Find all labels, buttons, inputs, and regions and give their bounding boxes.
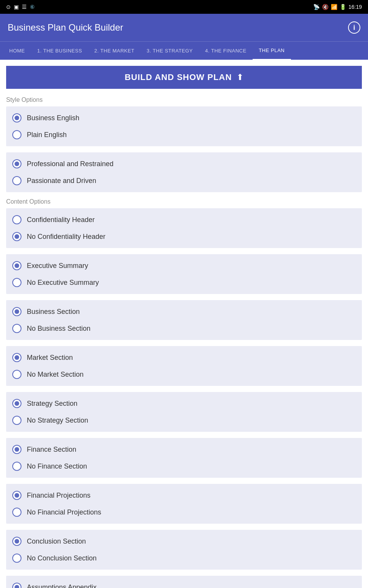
radio-circle-no-finance-section [12, 462, 21, 471]
radio-market-section[interactable]: Market Section [12, 349, 356, 366]
radio-circle-no-business-section [12, 324, 21, 333]
conclusion-section-group: Conclusion Section No Conclusion Section [6, 530, 362, 570]
radio-label-no-finance-section: No Finance Section [27, 462, 87, 470]
mute-icon: 🔇 [322, 4, 329, 10]
radio-label-no-market-section: No Market Section [27, 371, 84, 379]
tone-style-group: Professional and Restrained Passionate a… [6, 152, 362, 192]
radio-no-executive-summary[interactable]: No Executive Summary [12, 274, 356, 291]
radio-finance-section[interactable]: Finance Section [12, 441, 356, 458]
finance-section-group: Finance Section No Finance Section [6, 438, 362, 478]
battery-icon: 🔋 [340, 4, 346, 10]
radio-label-plain-english: Plain English [27, 131, 67, 139]
radio-label-no-financial-projections: No Financial Projections [27, 508, 101, 516]
sim-icon: ▣ [14, 4, 19, 10]
content-options-label: Content Options [0, 198, 368, 205]
radio-circle-strategy-section [12, 399, 21, 408]
radio-plain-english[interactable]: Plain English [12, 126, 356, 143]
financial-projections-group: Financial Projections No Financial Proje… [6, 484, 362, 524]
radio-label-no-executive-summary: No Executive Summary [27, 279, 99, 287]
time-display: 16:19 [348, 4, 362, 10]
nav-market[interactable]: 2. THE MARKET [88, 42, 141, 60]
radio-circle-confidentiality-header [12, 215, 21, 224]
nav-plan[interactable]: THE PLAN [253, 42, 291, 60]
radio-no-confidentiality-header[interactable]: No Confidentiality Header [12, 228, 356, 245]
radio-label-conclusion-section: Conclusion Section [27, 537, 86, 546]
radio-circle-market-section [12, 353, 21, 362]
radio-strategy-section[interactable]: Strategy Section [12, 395, 356, 412]
radio-label-assumptions-appendix: Assumptions Appendix [27, 583, 97, 588]
radio-no-market-section[interactable]: No Market Section [12, 366, 356, 383]
radio-circle-professional-restrained [12, 159, 21, 168]
nav-home[interactable]: HOME [3, 42, 31, 60]
notification-icon: ⑥ [30, 4, 35, 10]
nav-business[interactable]: 1. THE BUSINESS [31, 42, 88, 60]
business-section-group: Business Section No Business Section [6, 300, 362, 340]
radio-label-no-conclusion-section: No Conclusion Section [27, 554, 97, 562]
strategy-section-group: Strategy Section No Strategy Section [6, 392, 362, 432]
radio-circle-conclusion-section [12, 537, 21, 546]
radio-label-market-section: Market Section [27, 354, 73, 362]
style-options-label: Style Options [0, 96, 368, 103]
menu-icon: ☰ [22, 4, 27, 10]
nav-finance[interactable]: 4. THE FINANCE [199, 42, 253, 60]
nav-strategy[interactable]: 3. THE STRATEGY [141, 42, 199, 60]
market-section-group: Market Section No Market Section [6, 346, 362, 386]
status-bar-left: ⊙ ▣ ☰ ⑥ [6, 4, 35, 10]
main-content: BUILD AND SHOW PLAN ⬆ Style Options Busi… [0, 60, 368, 588]
radio-label-no-confidentiality-header: No Confidentiality Header [27, 233, 105, 241]
wifi-icon: 📶 [331, 4, 337, 10]
radio-label-no-business-section: No Business Section [27, 325, 90, 333]
radio-circle-no-conclusion-section [12, 554, 21, 563]
radio-no-strategy-section[interactable]: No Strategy Section [12, 412, 356, 429]
radio-confidentiality-header[interactable]: Confidentiality Header [12, 211, 356, 228]
radio-circle-no-executive-summary [12, 278, 21, 287]
radio-circle-no-strategy-section [12, 416, 21, 425]
bluetooth-icon: 📡 [313, 4, 320, 10]
radio-no-financial-projections[interactable]: No Financial Projections [12, 504, 356, 521]
radio-no-conclusion-section[interactable]: No Conclusion Section [12, 550, 356, 567]
executive-summary-group: Executive Summary No Executive Summary [6, 254, 362, 294]
status-bar-right: 📡 🔇 📶 🔋 16:19 [313, 4, 362, 10]
radio-circle-passionate-driven [12, 176, 21, 185]
status-bar: ⊙ ▣ ☰ ⑥ 📡 🔇 📶 🔋 16:19 [0, 0, 368, 14]
radio-label-finance-section: Finance Section [27, 446, 76, 454]
app-header: Business Plan Quick Builder i [0, 14, 368, 41]
radio-circle-no-financial-projections [12, 508, 21, 517]
radio-label-business-english: Business English [27, 114, 79, 122]
radio-executive-summary[interactable]: Executive Summary [12, 257, 356, 274]
language-style-group: Business English Plain English [6, 106, 362, 146]
radio-label-passionate-driven: Passionate and Driven [27, 177, 96, 185]
radio-circle-finance-section [12, 445, 21, 454]
radio-label-executive-summary: Executive Summary [27, 262, 88, 270]
radio-label-financial-projections: Financial Projections [27, 492, 90, 500]
radio-label-strategy-section: Strategy Section [27, 400, 77, 408]
radio-no-business-section[interactable]: No Business Section [12, 320, 356, 337]
radio-assumptions-appendix[interactable]: Assumptions Appendix [12, 579, 356, 588]
radio-circle-plain-english [12, 130, 21, 139]
radio-circle-executive-summary [12, 261, 21, 270]
radio-passionate-driven[interactable]: Passionate and Driven [12, 172, 356, 189]
build-plan-button[interactable]: BUILD AND SHOW PLAN ⬆ [6, 66, 362, 89]
radio-business-english[interactable]: Business English [12, 109, 356, 126]
radio-circle-no-confidentiality-header [12, 232, 21, 241]
build-plan-label: BUILD AND SHOW PLAN [125, 72, 232, 82]
app-title: Business Plan Quick Builder [8, 22, 123, 33]
radio-circle-financial-projections [12, 491, 21, 500]
upload-icon: ⬆ [237, 72, 243, 82]
assumptions-appendix-group: Assumptions Appendix No Assumptions Appe… [6, 576, 362, 588]
radio-circle-no-market-section [12, 370, 21, 379]
navigation-bar: HOME 1. THE BUSINESS 2. THE MARKET 3. TH… [0, 41, 368, 60]
radio-business-section[interactable]: Business Section [12, 303, 356, 320]
radio-label-business-section: Business Section [27, 308, 80, 316]
radio-circle-business-english [12, 113, 21, 122]
radio-conclusion-section[interactable]: Conclusion Section [12, 533, 356, 550]
info-button[interactable]: i [348, 21, 360, 34]
radio-professional-restrained[interactable]: Professional and Restrained [12, 155, 356, 172]
radio-circle-assumptions-appendix [12, 583, 21, 588]
radio-no-finance-section[interactable]: No Finance Section [12, 458, 356, 475]
clock-icon: ⊙ [6, 4, 11, 10]
radio-label-no-strategy-section: No Strategy Section [27, 416, 88, 425]
radio-circle-business-section [12, 307, 21, 316]
radio-financial-projections[interactable]: Financial Projections [12, 487, 356, 504]
radio-label-confidentiality-header: Confidentiality Header [27, 216, 95, 224]
